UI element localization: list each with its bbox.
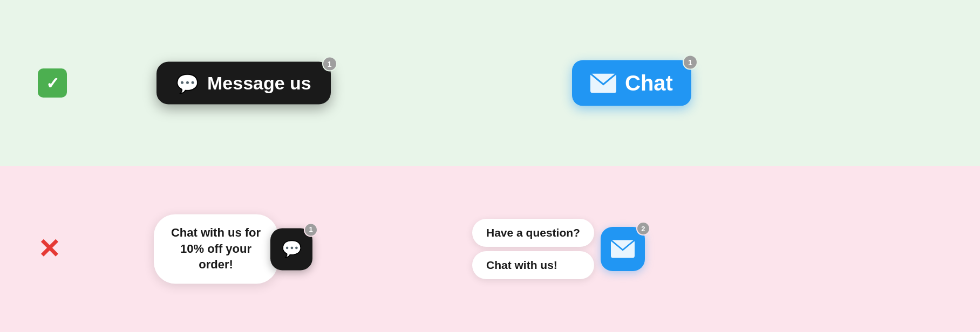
bad-envelope-icon (611, 240, 635, 258)
message-us-label: Message us (207, 73, 311, 94)
bad-blue-button[interactable]: 2 (601, 227, 645, 271)
chat-badge: 1 (683, 55, 698, 70)
bad-balloon-badge: 1 (304, 223, 318, 237)
chat-button-container[interactable]: Chat 1 (572, 60, 691, 106)
check-icon (38, 68, 67, 98)
bad-bubble-2: Chat with us! (472, 251, 594, 279)
cross-icon: ✕ (38, 234, 60, 264)
envelope-icon (590, 73, 616, 93)
chat-bubble-icon: 💬 (176, 74, 199, 92)
check-indicator (38, 68, 67, 98)
bad-balloon-text: Chat with us for 10% off your order! (171, 226, 261, 271)
bad-right-badge: 2 (636, 222, 650, 236)
speech-bubbles-container: Have a question? Chat with us! (472, 219, 594, 279)
chat-label: Chat (625, 71, 673, 95)
bad-balloon-group[interactable]: Chat with us for 10% off your order! 💬 1 (154, 214, 312, 283)
bad-bubble-1: Have a question? (472, 219, 594, 247)
message-us-button-container[interactable]: 💬 Message us 1 (156, 62, 331, 105)
top-section: 💬 Message us 1 Chat 1 (0, 0, 980, 166)
cross-indicator: ✕ (38, 236, 60, 262)
bad-right-group[interactable]: Have a question? Chat with us! 2 (472, 219, 645, 279)
message-us-badge: 1 (322, 57, 337, 72)
bad-chat-bubble-icon: 💬 (282, 240, 302, 259)
bottom-section: ✕ Chat with us for 10% off your order! 💬… (0, 166, 980, 332)
